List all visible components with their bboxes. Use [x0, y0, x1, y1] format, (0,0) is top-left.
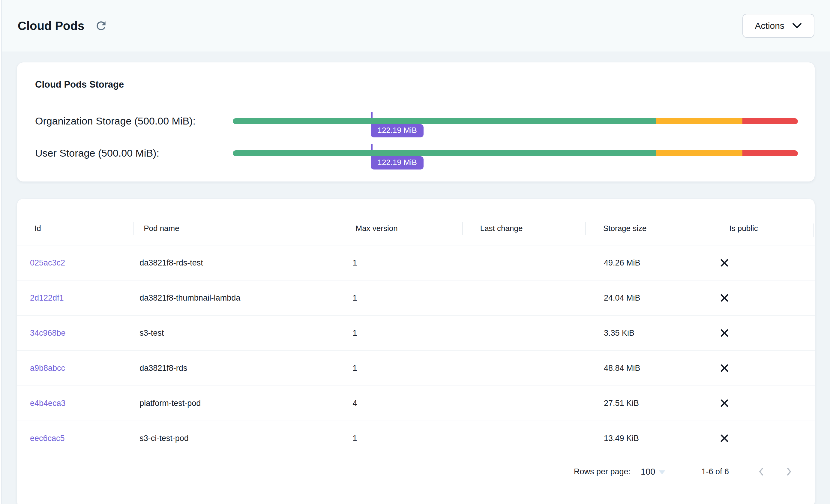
is-public-cell [711, 327, 815, 339]
rows-per-page-value: 100 [641, 467, 655, 477]
capacity-bar [233, 118, 798, 124]
pod-name-cell: s3-ci-test-pod [133, 434, 344, 443]
pod-id-link[interactable]: eec6cac5 [30, 434, 65, 443]
is-public-cell [711, 256, 815, 269]
dropdown-arrow-icon [659, 470, 665, 474]
table-row: 2d122df1 da3821f8-thumbnail-lambda 1 24.… [17, 281, 815, 316]
pod-name-cell: da3821f8-rds [133, 364, 344, 373]
rows-per-page-label: Rows per page: [574, 467, 631, 476]
close-icon [718, 256, 815, 269]
organization-storage-label: Organization Storage (500.00 MiB): [35, 115, 233, 127]
table-row: e4b4eca3 platform-test-pod 4 27.51 KiB [17, 386, 815, 421]
actions-button-label: Actions [755, 21, 785, 31]
storage-size-cell: 13.49 KiB [585, 434, 711, 443]
organization-storage-row: Organization Storage (500.00 MiB): 122.1… [35, 105, 798, 137]
storage-size-cell: 27.51 KiB [585, 399, 711, 408]
close-icon [718, 397, 815, 410]
chevron-down-icon [792, 23, 802, 29]
refresh-icon [95, 19, 108, 32]
is-public-cell [711, 292, 815, 304]
close-icon [718, 362, 815, 374]
capacity-bar-red-segment [742, 118, 798, 124]
column-header-id[interactable]: Id [17, 222, 133, 235]
capacity-bar [233, 150, 798, 156]
max-version-cell: 1 [345, 258, 462, 267]
pod-id-link[interactable]: a9b8abcc [30, 364, 65, 373]
pod-id-link[interactable]: 34c968be [30, 328, 66, 338]
pod-name-cell: platform-test-pod [133, 399, 344, 408]
rows-per-page-select[interactable]: 100 [641, 467, 665, 477]
max-version-cell: 1 [345, 434, 462, 443]
capacity-bar-green-segment [233, 150, 656, 156]
pod-id-link[interactable]: 2d122df1 [30, 293, 64, 303]
cloud-pods-table-card: Id Pod name Max version Last change Stor… [17, 199, 815, 504]
storage-card-title: Cloud Pods Storage [35, 79, 798, 90]
pod-id-link[interactable]: 025ac3c2 [30, 258, 65, 267]
usage-badge: 122.19 MiB [371, 156, 423, 169]
pod-name-cell: da3821f8-rds-test [133, 258, 344, 267]
page-header: Cloud Pods Actions [2, 0, 830, 52]
chevron-left-icon [756, 466, 767, 477]
column-header-is-public[interactable]: Is public [711, 222, 815, 235]
capacity-bar-red-segment [742, 150, 798, 156]
page-title: Cloud Pods [18, 19, 84, 33]
table-row: eec6cac5 s3-ci-test-pod 1 13.49 KiB [17, 421, 815, 456]
max-version-cell: 1 [345, 364, 462, 373]
pagination-range-label: 1-6 of 6 [701, 467, 729, 476]
organization-storage-bar: 122.19 MiB [233, 105, 798, 137]
pod-name-cell: da3821f8-thumbnail-lambda [133, 293, 344, 303]
actions-button[interactable]: Actions [742, 14, 815, 38]
column-header-last-change[interactable]: Last change [462, 222, 585, 235]
close-icon [718, 432, 815, 445]
user-storage-row: User Storage (500.00 MiB): 122.19 MiB [35, 137, 798, 169]
storage-size-cell: 24.04 MiB [585, 293, 711, 303]
previous-page-button[interactable] [753, 463, 770, 480]
chevron-right-icon [784, 466, 794, 477]
close-icon [718, 327, 815, 339]
table-row: a9b8abcc da3821f8-rds 1 48.84 MiB [17, 351, 815, 386]
is-public-cell [711, 432, 815, 445]
cloud-pods-storage-card: Cloud Pods Storage Organization Storage … [17, 62, 815, 182]
is-public-cell [711, 397, 815, 410]
left-panel-edge [0, 0, 1, 504]
max-version-cell: 4 [345, 399, 462, 408]
close-icon [718, 292, 815, 304]
table-row: 025ac3c2 da3821f8-rds-test 1 49.26 MiB [17, 245, 815, 281]
user-storage-bar: 122.19 MiB [233, 137, 798, 169]
storage-size-cell: 3.35 KiB [585, 328, 711, 338]
column-header-max-version[interactable]: Max version [345, 222, 462, 235]
column-header-storage-size[interactable]: Storage size [585, 222, 711, 235]
table-row: 34c968be s3-test 1 3.35 KiB [17, 316, 815, 351]
column-header-pod-name[interactable]: Pod name [133, 222, 344, 235]
main-content: Cloud Pods Storage Organization Storage … [17, 52, 815, 504]
max-version-cell: 1 [345, 293, 462, 303]
usage-badge: 122.19 MiB [371, 124, 423, 137]
table-pagination: Rows per page: 100 1-6 of 6 [17, 456, 815, 504]
capacity-bar-yellow-segment [656, 150, 742, 156]
next-page-button[interactable] [780, 463, 797, 480]
pod-name-cell: s3-test [133, 328, 344, 338]
is-public-cell [711, 362, 815, 374]
storage-size-cell: 48.84 MiB [585, 364, 711, 373]
capacity-bar-yellow-segment [656, 118, 742, 124]
pod-id-link[interactable]: e4b4eca3 [30, 399, 66, 408]
capacity-bar-green-segment [233, 118, 656, 124]
max-version-cell: 1 [345, 328, 462, 338]
refresh-button[interactable] [93, 18, 109, 34]
table-header-row: Id Pod name Max version Last change Stor… [17, 199, 815, 245]
user-storage-label: User Storage (500.00 MiB): [35, 147, 233, 159]
storage-size-cell: 49.26 MiB [585, 258, 711, 267]
